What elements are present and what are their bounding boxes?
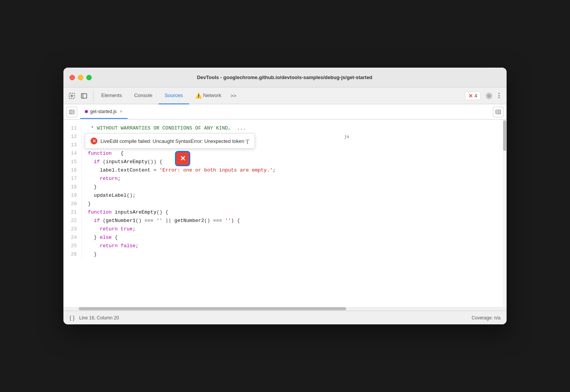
scrollbar-thumb[interactable] <box>503 120 506 151</box>
file-tab-name: get-started.js <box>90 109 117 114</box>
devtools-tab-bar: Elements Console Sources ⚠️ Network >> ✕… <box>63 87 507 104</box>
tab-sources[interactable]: Sources <box>159 87 189 104</box>
status-bar: { } Line 16, Column 20 Coverage: n/a <box>63 311 507 324</box>
svg-rect-6 <box>70 110 74 114</box>
code-line-20: } <box>88 200 500 208</box>
code-editor: ✕ LiveEdit compile failed: Uncaught Synt… <box>63 120 507 307</box>
error-icon: ✕ <box>91 138 97 144</box>
file-type-indicator <box>85 110 88 113</box>
svg-point-5 <box>488 95 490 97</box>
code-line-11: * WITHOUT WARRANTIES OR CONDITIONS OF AN… <box>88 124 500 133</box>
file-tab-get-started[interactable]: get-started.js × <box>80 105 128 119</box>
file-close-button[interactable]: × <box>119 108 123 115</box>
warning-icon: ⚠️ <box>195 92 202 99</box>
code-line-14: function { <box>88 149 500 158</box>
code-line-19: updateLabel(); <box>88 191 500 200</box>
code-line-26: } <box>88 250 500 259</box>
coverage-status: Coverage: n/a <box>472 315 500 321</box>
error-badge[interactable]: ✕ 4 <box>465 92 481 100</box>
devtools-window: DevTools - googlechrome.github.io/devtoo… <box>63 68 507 324</box>
cursor-icon[interactable] <box>66 91 77 101</box>
window-title: DevTools - googlechrome.github.io/devtoo… <box>69 75 500 80</box>
sidebar-toggle-button[interactable] <box>66 107 77 117</box>
error-tooltip: ✕ LiveEdit compile failed: Uncaught Synt… <box>85 133 255 149</box>
code-line-16: label.textContent = 'Error: one or both … <box>88 166 500 175</box>
settings-button[interactable] <box>484 91 494 101</box>
error-x-icon: ✕ <box>468 93 473 99</box>
dom-inspect-icon[interactable] <box>79 91 89 101</box>
code-line-24: } else { <box>88 233 500 242</box>
h-scrollbar-thumb[interactable] <box>79 307 346 310</box>
file-tab-bar: get-started.js × <box>63 104 507 120</box>
line-numbers: 11 12 13 14 15 16 17 18 19 20 21 22 23 2… <box>63 123 82 260</box>
more-options-button[interactable]: ⋮ <box>494 91 504 101</box>
code-line-25: return false; <box>88 242 500 250</box>
vertical-scrollbar[interactable] <box>503 120 507 307</box>
error-count: 4 <box>474 93 477 99</box>
code-line-23: return true; <box>88 225 500 233</box>
code-line-22: if (getNumber1() === '' || getNumber2() … <box>88 217 500 225</box>
horizontal-scrollbar[interactable] <box>63 307 507 311</box>
toolbar-icons <box>66 91 94 101</box>
more-tabs-button[interactable]: >> <box>227 93 239 99</box>
error-message: LiveEdit compile failed: Uncaught Syntax… <box>100 138 249 144</box>
tab-elements[interactable]: Elements <box>95 87 128 104</box>
pretty-print-button[interactable]: { } <box>70 315 74 321</box>
code-line-15: if (inputsAreEmpty()) { <box>88 158 500 166</box>
code-line-18: } <box>88 183 500 191</box>
red-x-symbol: ✕ <box>180 155 186 162</box>
code-line-17: return; <box>88 175 500 183</box>
svg-rect-3 <box>81 94 87 98</box>
collapse-sidebar-button[interactable] <box>493 107 504 117</box>
live-edit-error-button[interactable]: ✕ <box>175 151 190 166</box>
svg-rect-8 <box>496 110 500 114</box>
tab-console[interactable]: Console <box>128 87 159 104</box>
cursor-position: Line 16, Column 20 <box>79 315 471 321</box>
tab-network[interactable]: ⚠️ Network <box>189 87 228 104</box>
titlebar: DevTools - googlechrome.github.io/devtoo… <box>63 68 507 87</box>
code-line-21: function inputsAreEmpty() { <box>88 208 500 217</box>
